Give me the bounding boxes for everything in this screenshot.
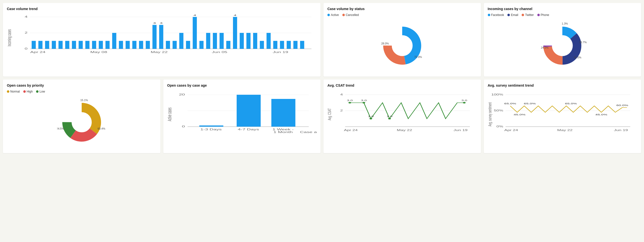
svg-text:60.4%: 60.4% — [98, 127, 105, 130]
svg-text:1.3%: 1.3% — [562, 22, 568, 25]
svg-rect-48 — [273, 41, 277, 49]
svg-rect-19 — [106, 41, 110, 49]
svg-rect-85 — [271, 99, 295, 127]
incoming-by-channel-legend: Facebook Email Twitter Phone — [488, 13, 638, 17]
legend-low: Low — [36, 90, 45, 93]
case-volume-trend-chart: Incoming cases 4 2 0 — [7, 13, 316, 62]
priority-donut-svg: 60.4% 24.5% 15.1% — [57, 98, 106, 147]
open-by-priority-legend: Normal High Low — [7, 90, 156, 93]
legend-twitter-label: Twitter — [525, 13, 534, 17]
svg-text:4: 4 — [194, 14, 196, 17]
legend-email: Email — [508, 13, 518, 17]
legend-cancelled: Cancelled — [342, 13, 359, 17]
svg-text:1 Month: 1 Month — [274, 131, 293, 134]
svg-text:15.1%: 15.1% — [80, 99, 88, 102]
svg-rect-37 — [206, 33, 210, 49]
svg-rect-18 — [99, 41, 103, 49]
svg-text:Apr 24: Apr 24 — [344, 129, 358, 132]
legend-high-dot — [23, 90, 26, 93]
legend-phone: Phone — [537, 13, 549, 17]
incoming-by-channel-title: Incoming cases by channel — [488, 7, 638, 11]
open-by-priority-donut: 60.4% 24.5% 15.1% — [7, 95, 156, 149]
legend-normal-dot — [7, 90, 9, 93]
svg-rect-83 — [199, 125, 223, 127]
svg-text:65.0%: 65.0% — [565, 102, 577, 105]
case-volume-by-status-title: Case volume by status — [328, 7, 477, 11]
legend-cancelled-label: Cancelled — [346, 13, 359, 17]
svg-rect-52 — [300, 41, 304, 49]
svg-rect-22 — [126, 41, 130, 49]
legend-normal-label: Normal — [10, 90, 20, 93]
svg-text:100%: 100% — [491, 93, 503, 96]
svg-text:65.0%: 65.0% — [504, 102, 516, 105]
svg-rect-47 — [266, 33, 271, 49]
svg-rect-24 — [139, 41, 143, 49]
svg-text:4: 4 — [234, 14, 236, 17]
svg-rect-43 — [240, 33, 244, 49]
svg-text:Avg. survey sentiment: Avg. survey sentiment — [488, 102, 492, 126]
svg-rect-84 — [236, 95, 260, 127]
svg-rect-38 — [213, 33, 217, 49]
svg-rect-12 — [58, 41, 63, 49]
svg-rect-46 — [260, 41, 264, 49]
legend-email-dot — [508, 14, 510, 16]
svg-text:2: 2 — [340, 109, 343, 112]
legend-cancelled-dot — [342, 14, 345, 16]
svg-rect-50 — [287, 41, 291, 49]
svg-text:4: 4 — [340, 93, 343, 96]
case-volume-by-status-donut: 28.0% 72.0% — [328, 19, 477, 73]
legend-low-label: Low — [40, 90, 45, 93]
avg-survey-sentiment-chart: Avg. survey sentiment 100% 50% 0% 65.0% … — [488, 90, 638, 139]
svg-text:1 Week -: 1 Week - — [272, 128, 294, 131]
case-volume-trend-card: Case volume trend Incoming cases 4 2 0 — [3, 3, 320, 77]
svg-point-106 — [463, 102, 466, 104]
svg-text:0: 0 — [182, 125, 185, 128]
svg-rect-21 — [119, 41, 123, 49]
svg-rect-26 — [152, 25, 157, 49]
svg-rect-15 — [79, 41, 83, 49]
channel-donut-svg: 38.7% 36.0% 24.0% 1.3% — [538, 21, 587, 70]
dashboard: Case volume trend Incoming cases 4 2 0 — [3, 3, 641, 153]
sentiment-svg: Avg. survey sentiment 100% 50% 0% 65.0% … — [488, 90, 638, 139]
avg-survey-sentiment-card: Avg. survey sentiment trend Avg. survey … — [484, 80, 641, 153]
open-by-case-age-title: Open cases by case age — [167, 83, 317, 87]
svg-rect-39 — [220, 33, 224, 49]
avg-survey-sentiment-title: Avg. survey sentiment trend — [488, 83, 638, 87]
legend-twitter-dot — [522, 14, 524, 16]
svg-rect-20 — [112, 33, 116, 49]
svg-rect-16 — [85, 41, 90, 49]
svg-rect-33 — [186, 41, 190, 49]
open-by-priority-title: Open cases by priority — [7, 83, 156, 87]
svg-text:45.0%: 45.0% — [595, 113, 607, 116]
svg-text:Avg. CSAT: Avg. CSAT — [328, 108, 332, 121]
svg-point-98 — [348, 102, 351, 104]
svg-rect-36 — [200, 41, 204, 49]
svg-text:1.0: 1.0 — [386, 115, 392, 118]
svg-rect-28 — [159, 25, 163, 49]
case-volume-by-status-legend: Active Cancelled — [328, 13, 477, 17]
status-donut-svg: 28.0% 72.0% — [378, 21, 427, 70]
legend-facebook-dot — [488, 14, 490, 16]
svg-rect-8 — [32, 41, 36, 49]
svg-text:May 22: May 22 — [557, 129, 572, 132]
svg-point-100 — [362, 102, 365, 104]
svg-text:Jun 05: Jun 05 — [212, 51, 227, 54]
svg-text:1-3 Days: 1-3 Days — [200, 128, 222, 131]
svg-point-104 — [388, 118, 391, 120]
svg-text:28.0%: 28.0% — [381, 42, 389, 45]
svg-rect-34 — [193, 17, 197, 49]
svg-text:20: 20 — [179, 93, 185, 96]
svg-rect-9 — [38, 41, 42, 49]
svg-text:0%: 0% — [496, 125, 503, 128]
svg-rect-41 — [233, 17, 237, 49]
svg-text:Incoming cases: Incoming cases — [7, 29, 12, 46]
incoming-by-channel-card: Incoming cases by channel Facebook Email… — [484, 3, 641, 77]
svg-text:3: 3 — [153, 22, 156, 24]
svg-rect-17 — [92, 41, 96, 49]
svg-text:3.0: 3.0 — [361, 99, 367, 102]
legend-phone-dot — [537, 14, 540, 16]
svg-text:36.0%: 36.0% — [574, 56, 582, 59]
svg-text:24.5%: 24.5% — [57, 127, 64, 130]
svg-text:2: 2 — [24, 32, 28, 34]
open-by-case-age-chart: Active cases 20 0 1-3 Days 4-7 Days 1 We… — [167, 90, 317, 139]
